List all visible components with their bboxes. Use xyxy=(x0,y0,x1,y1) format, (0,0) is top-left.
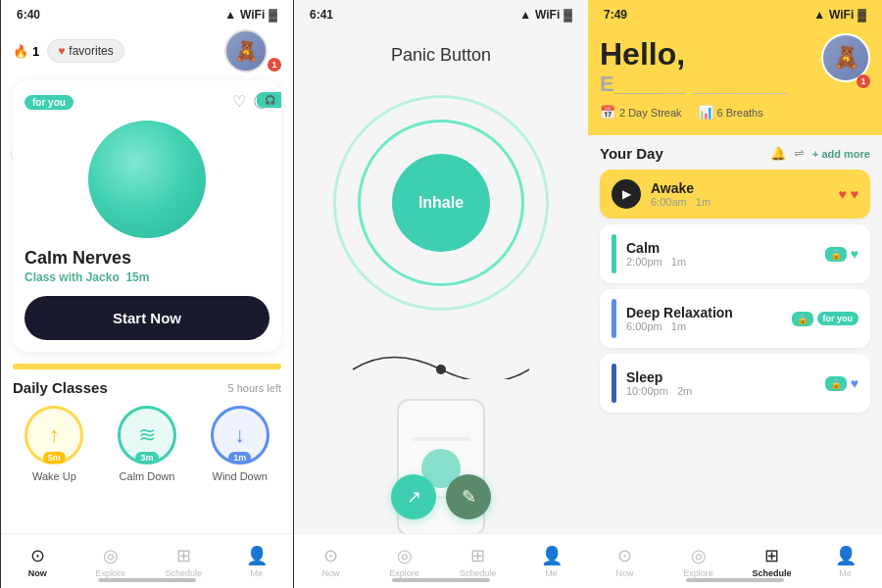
deep-for-you-badge: for you xyxy=(817,312,859,325)
nav-explore-icon-2: ◎ xyxy=(397,545,413,566)
wind-down-badge: 1m xyxy=(228,452,251,464)
phone-1: 6:40 ▲ WiFi ▓ 🔥 1 ♥ favorites 🧸 1 ♡ for … xyxy=(0,0,294,588)
calm-heart-icon: ♥ xyxy=(851,246,858,262)
nav-now-1[interactable]: ⊙ Now xyxy=(1,539,74,584)
nav-now-label-3: Now xyxy=(615,568,633,578)
class-wake-up[interactable]: ↑ 5m Wake Up xyxy=(13,406,96,482)
avatar-badge: 1 xyxy=(268,58,281,72)
flame-icon: 🔥 xyxy=(13,44,28,59)
class-wind-down[interactable]: ↓ 1m Wind Down xyxy=(198,406,281,482)
inhale-label: Inhale xyxy=(418,194,464,212)
schedule-badges-calm: 🔒 ♥ xyxy=(825,246,858,262)
nav-explore-label-1: Explore xyxy=(95,568,125,578)
home-indicator-3 xyxy=(686,578,784,582)
battery-icon-2: ▓ xyxy=(564,8,572,22)
schedule-item-sleep[interactable]: Sleep 10:00pm 2m 🔒 ♥ xyxy=(600,354,870,413)
nav-me-label-2: Me xyxy=(545,568,558,578)
play-button-awake[interactable]: ▶ xyxy=(612,179,641,209)
nav-schedule-label-1: Schedule xyxy=(165,568,202,578)
add-more-button[interactable]: + add more xyxy=(812,148,870,160)
panic-button-title-area: Panic Button xyxy=(294,25,588,75)
share-icon: ↗ xyxy=(407,486,421,508)
schedule-info-deep-relaxation: Deep Relaxation 6:00pm 1m xyxy=(626,305,782,332)
nav-me-icon-3: 👤 xyxy=(835,545,857,566)
nav-now-icon-3: ⊙ xyxy=(617,545,632,566)
class-calm-down[interactable]: ≋ 3m Calm Down xyxy=(106,406,189,482)
nav-schedule-icon-3: ⊞ xyxy=(764,545,779,566)
phone-2: 6:41 ▲ WiFi ▓ Panic Button Inhale xyxy=(294,0,588,588)
favorites-label: favorites xyxy=(69,44,113,58)
schedule-item-calm[interactable]: Calm 2:00pm 1m 🔒 ♥ xyxy=(600,224,870,283)
calm-color-bar xyxy=(612,234,616,273)
status-bar-2: 6:41 ▲ WiFi ▓ xyxy=(294,0,588,25)
nav-explore-label-2: Explore xyxy=(389,568,419,578)
wake-up-label: Wake Up xyxy=(32,470,76,482)
daily-classes-title: Daily Classes xyxy=(13,379,108,396)
nav-me-icon-2: 👤 xyxy=(541,545,563,566)
daily-classes-sub: 5 hours left xyxy=(228,382,281,394)
nav-schedule-3[interactable]: ⊞ Schedule xyxy=(735,539,808,584)
sleep-heart-icon: ♥ xyxy=(851,375,858,391)
card-tag-overlay: 🎧 xyxy=(257,92,281,108)
nav-now-3[interactable]: ⊙ Now xyxy=(588,539,662,584)
nav-me-icon-1: 👤 xyxy=(246,545,268,566)
share-button[interactable]: ↗ xyxy=(391,474,436,519)
wake-up-badge: 5m xyxy=(43,452,66,464)
awake-heart1-icon: ♥ xyxy=(838,186,846,202)
nav-explore-3[interactable]: ◎ Explore xyxy=(662,539,735,584)
schedule-item-awake[interactable]: ▶ Awake 6:00am 1m ♥ ♥ xyxy=(600,170,870,219)
nav-schedule-1[interactable]: ⊞ Schedule xyxy=(147,539,220,584)
nav-me-3[interactable]: 👤 Me xyxy=(808,539,882,584)
home-indicator-1 xyxy=(98,578,196,582)
calm-lock-icon: 🔒 xyxy=(825,247,847,262)
nav-now-icon-2: ⊙ xyxy=(323,545,338,566)
nav-explore-2[interactable]: ◎ Explore xyxy=(368,539,441,584)
schedule-time-sleep: 10:00pm 2m xyxy=(626,385,815,397)
schedule-name-sleep: Sleep xyxy=(626,369,815,385)
wifi-icon-1: WiFi xyxy=(240,8,265,22)
classes-row: ↑ 5m Wake Up ≋ 3m Calm Down ↓ 1m Wind Do… xyxy=(13,406,281,482)
avatar[interactable]: 🧸 xyxy=(224,29,268,73)
progress-bar xyxy=(13,364,281,369)
wishlist-icon[interactable]: ♡ xyxy=(232,92,246,113)
nav-now-2[interactable]: ⊙ Now xyxy=(294,539,368,584)
deep-relaxation-color-bar xyxy=(612,299,616,338)
filter-icon[interactable]: ⇌ xyxy=(794,146,805,161)
favorites-button[interactable]: ♥ favorites xyxy=(47,39,123,63)
signal-icon-3: ▲ xyxy=(813,8,825,22)
nav-schedule-icon-1: ⊞ xyxy=(176,545,191,566)
nav-me-2[interactable]: 👤 Me xyxy=(514,539,588,584)
schedule-name-awake: Awake xyxy=(651,180,828,196)
card-title: Calm Nerves xyxy=(24,248,270,269)
nav-me-1[interactable]: 👤 Me xyxy=(220,539,294,584)
bell-icon[interactable]: 🔔 xyxy=(770,146,786,161)
schedule-badges-deep-relaxation: 🔒 for you xyxy=(792,312,859,326)
schedule-time-deep-relaxation: 6:00pm 1m xyxy=(626,320,782,332)
time-1: 6:40 xyxy=(17,8,40,22)
card-tags: for you ♡ ⓘ xyxy=(24,92,270,113)
awake-heart2-icon: ♥ xyxy=(851,186,858,202)
nav-explore-icon-1: ◎ xyxy=(103,545,119,566)
schedule-item-deep-relaxation[interactable]: Deep Relaxation 6:00pm 1m 🔒 for you xyxy=(600,289,870,348)
nav-schedule-2[interactable]: ⊞ Schedule xyxy=(441,539,514,584)
deep-lock-icon: 🔒 xyxy=(792,312,813,326)
time-3: 7:49 xyxy=(604,8,627,22)
breathing-inner-circle[interactable]: Inhale xyxy=(392,154,490,252)
heart-icon: ♥ xyxy=(58,44,65,58)
sleep-lock-icon: 🔒 xyxy=(825,376,847,391)
wifi-icon-2: WiFi xyxy=(535,8,560,22)
p2-bottom-actions: ↗ ✎ xyxy=(391,474,491,519)
breaths-stat: 📊 6 Breaths xyxy=(698,105,763,120)
schedule-name-calm: Calm xyxy=(626,240,815,256)
schedule-list: ▶ Awake 6:00am 1m ♥ ♥ Calm 2:00pm 1m xyxy=(600,170,870,471)
panic-button-title: Panic Button xyxy=(391,45,491,65)
p3-avatar-badge: 1 xyxy=(857,74,870,88)
nav-schedule-label-3: Schedule xyxy=(752,568,791,578)
nav-schedule-icon-2: ⊞ xyxy=(470,545,485,566)
wake-up-icon: ↑ xyxy=(49,422,60,448)
start-now-button[interactable]: Start Now xyxy=(24,296,270,340)
edit-button[interactable]: ✎ xyxy=(446,474,491,519)
waveform-svg xyxy=(343,340,539,379)
p3-stats: 📅 2 Day Streak 📊 6 Breaths xyxy=(600,105,870,120)
nav-explore-1[interactable]: ◎ Explore xyxy=(74,539,148,584)
